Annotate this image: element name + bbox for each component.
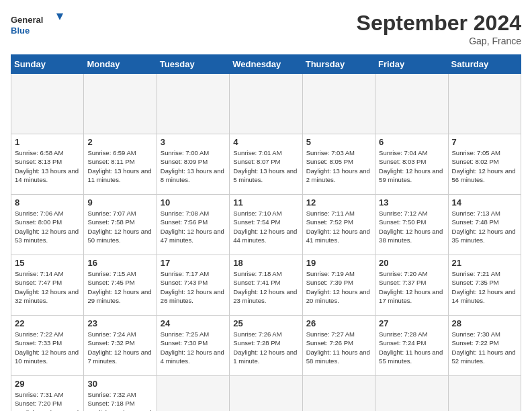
day-cell: 24 Sunrise: 7:25 AM Sunset: 7:30 PM Dayl… — [157, 316, 229, 376]
day-cell: 16 Sunrise: 7:15 AM Sunset: 7:45 PM Dayl… — [84, 255, 157, 316]
day-cell: 1 Sunrise: 6:58 AM Sunset: 8:13 PM Dayli… — [11, 134, 84, 195]
day-cell: 10 Sunrise: 7:08 AM Sunset: 7:56 PM Dayl… — [157, 195, 229, 255]
day-cell: 7 Sunrise: 7:05 AM Sunset: 8:02 PM Dayli… — [448, 134, 521, 195]
day-info: Sunrise: 7:12 AM Sunset: 7:50 PM Dayligh… — [379, 209, 444, 244]
col-monday: Monday — [84, 55, 157, 74]
header-row: Sunday Monday Tuesday Wednesday Thursday… — [11, 55, 521, 74]
day-info: Sunrise: 7:05 AM Sunset: 8:02 PM Dayligh… — [452, 148, 517, 184]
day-info: Sunrise: 7:13 AM Sunset: 7:48 PM Dayligh… — [452, 209, 517, 244]
day-info: Sunrise: 7:26 AM Sunset: 7:28 PM Dayligh… — [233, 330, 298, 365]
day-number: 30 — [87, 379, 152, 389]
day-info: Sunrise: 7:01 AM Sunset: 8:07 PM Dayligh… — [233, 148, 298, 184]
day-cell — [11, 74, 84, 134]
day-cell: 11 Sunrise: 7:10 AM Sunset: 7:54 PM Dayl… — [230, 195, 302, 255]
day-number: 13 — [379, 197, 444, 208]
col-wednesday: Wednesday — [230, 55, 302, 74]
day-cell — [302, 376, 375, 412]
logo: General Blue — [11, 11, 64, 40]
day-number: 27 — [379, 318, 444, 328]
day-cell: 25 Sunrise: 7:26 AM Sunset: 7:28 PM Dayl… — [230, 316, 302, 376]
col-saturday: Saturday — [448, 55, 521, 74]
day-info: Sunrise: 7:08 AM Sunset: 7:56 PM Dayligh… — [161, 209, 226, 244]
col-sunday: Sunday — [11, 55, 84, 74]
day-info: Sunrise: 7:25 AM Sunset: 7:30 PM Dayligh… — [161, 330, 226, 365]
day-info: Sunrise: 7:32 AM Sunset: 7:18 PM Dayligh… — [87, 390, 152, 411]
day-cell — [84, 74, 157, 134]
day-info: Sunrise: 7:30 AM Sunset: 7:22 PM Dayligh… — [452, 330, 517, 365]
day-number: 22 — [15, 318, 80, 328]
col-tuesday: Tuesday — [157, 55, 229, 74]
week-row-0 — [11, 74, 521, 134]
day-info: Sunrise: 7:21 AM Sunset: 7:35 PM Dayligh… — [452, 269, 517, 305]
logo-icon: General Blue — [11, 11, 64, 40]
day-number: 29 — [15, 379, 80, 389]
day-cell — [375, 376, 448, 412]
day-cell — [230, 74, 302, 134]
day-info: Sunrise: 7:24 AM Sunset: 7:32 PM Dayligh… — [87, 330, 152, 365]
day-info: Sunrise: 7:22 AM Sunset: 7:33 PM Dayligh… — [15, 330, 80, 365]
day-cell: 8 Sunrise: 7:06 AM Sunset: 8:00 PM Dayli… — [11, 195, 84, 255]
day-number: 9 — [87, 197, 152, 208]
day-cell: 5 Sunrise: 7:03 AM Sunset: 8:05 PM Dayli… — [302, 134, 375, 195]
day-cell — [375, 74, 448, 134]
day-cell: 19 Sunrise: 7:19 AM Sunset: 7:39 PM Dayl… — [302, 255, 375, 316]
day-info: Sunrise: 6:58 AM Sunset: 8:13 PM Dayligh… — [15, 148, 80, 184]
svg-marker-2 — [56, 13, 63, 20]
week-row-2: 8 Sunrise: 7:06 AM Sunset: 8:00 PM Dayli… — [11, 195, 521, 255]
day-info: Sunrise: 7:17 AM Sunset: 7:43 PM Dayligh… — [161, 269, 226, 305]
day-number: 11 — [233, 197, 298, 208]
day-cell: 14 Sunrise: 7:13 AM Sunset: 7:48 PM Dayl… — [448, 195, 521, 255]
day-info: Sunrise: 7:28 AM Sunset: 7:24 PM Dayligh… — [379, 330, 444, 365]
day-cell: 28 Sunrise: 7:30 AM Sunset: 7:22 PM Dayl… — [448, 316, 521, 376]
month-title: September 2024 — [357, 11, 521, 36]
day-cell: 22 Sunrise: 7:22 AM Sunset: 7:33 PM Dayl… — [11, 316, 84, 376]
day-cell: 15 Sunrise: 7:14 AM Sunset: 7:47 PM Dayl… — [11, 255, 84, 316]
svg-text:Blue: Blue — [11, 26, 30, 36]
day-info: Sunrise: 7:20 AM Sunset: 7:37 PM Dayligh… — [379, 269, 444, 305]
day-info: Sunrise: 7:27 AM Sunset: 7:26 PM Dayligh… — [306, 330, 371, 365]
week-row-1: 1 Sunrise: 6:58 AM Sunset: 8:13 PM Dayli… — [11, 134, 521, 195]
page-header: General Blue September 2024 Gap, France — [11, 11, 521, 46]
day-number: 10 — [161, 197, 226, 208]
day-info: Sunrise: 7:07 AM Sunset: 7:58 PM Dayligh… — [87, 209, 152, 244]
week-row-5: 29 Sunrise: 7:31 AM Sunset: 7:20 PM Dayl… — [11, 376, 521, 412]
day-number: 1 — [15, 137, 80, 147]
day-info: Sunrise: 7:06 AM Sunset: 8:00 PM Dayligh… — [15, 209, 80, 244]
week-row-3: 15 Sunrise: 7:14 AM Sunset: 7:47 PM Dayl… — [11, 255, 521, 316]
day-info: Sunrise: 7:14 AM Sunset: 7:47 PM Dayligh… — [15, 269, 80, 305]
day-number: 8 — [15, 197, 80, 208]
day-number: 14 — [452, 197, 517, 208]
calendar-table: Sunday Monday Tuesday Wednesday Thursday… — [11, 54, 521, 411]
day-number: 23 — [87, 318, 152, 328]
day-cell: 23 Sunrise: 7:24 AM Sunset: 7:32 PM Dayl… — [84, 316, 157, 376]
day-info: Sunrise: 7:10 AM Sunset: 7:54 PM Dayligh… — [233, 209, 298, 244]
title-block: September 2024 Gap, France — [357, 11, 521, 46]
day-number: 16 — [87, 258, 152, 268]
day-number: 2 — [87, 137, 152, 147]
day-cell: 30 Sunrise: 7:32 AM Sunset: 7:18 PM Dayl… — [84, 376, 157, 412]
day-info: Sunrise: 7:04 AM Sunset: 8:03 PM Dayligh… — [379, 148, 444, 184]
day-info: Sunrise: 7:19 AM Sunset: 7:39 PM Dayligh… — [306, 269, 371, 305]
day-cell — [230, 376, 302, 412]
day-cell: 12 Sunrise: 7:11 AM Sunset: 7:52 PM Dayl… — [302, 195, 375, 255]
day-cell — [448, 74, 521, 134]
svg-text:General: General — [11, 15, 43, 25]
day-cell: 2 Sunrise: 6:59 AM Sunset: 8:11 PM Dayli… — [84, 134, 157, 195]
day-cell: 13 Sunrise: 7:12 AM Sunset: 7:50 PM Dayl… — [375, 195, 448, 255]
day-number: 28 — [452, 318, 517, 328]
day-cell: 20 Sunrise: 7:20 AM Sunset: 7:37 PM Dayl… — [375, 255, 448, 316]
day-number: 26 — [306, 318, 371, 328]
day-info: Sunrise: 6:59 AM Sunset: 8:11 PM Dayligh… — [87, 148, 152, 184]
day-info: Sunrise: 7:31 AM Sunset: 7:20 PM Dayligh… — [15, 390, 80, 411]
day-cell: 27 Sunrise: 7:28 AM Sunset: 7:24 PM Dayl… — [375, 316, 448, 376]
day-number: 24 — [161, 318, 226, 328]
day-cell: 9 Sunrise: 7:07 AM Sunset: 7:58 PM Dayli… — [84, 195, 157, 255]
day-cell: 3 Sunrise: 7:00 AM Sunset: 8:09 PM Dayli… — [157, 134, 229, 195]
day-number: 4 — [233, 137, 298, 147]
day-info: Sunrise: 7:18 AM Sunset: 7:41 PM Dayligh… — [233, 269, 298, 305]
week-row-4: 22 Sunrise: 7:22 AM Sunset: 7:33 PM Dayl… — [11, 316, 521, 376]
day-number: 5 — [306, 137, 371, 147]
day-cell: 17 Sunrise: 7:17 AM Sunset: 7:43 PM Dayl… — [157, 255, 229, 316]
day-number: 25 — [233, 318, 298, 328]
day-number: 17 — [161, 258, 226, 268]
